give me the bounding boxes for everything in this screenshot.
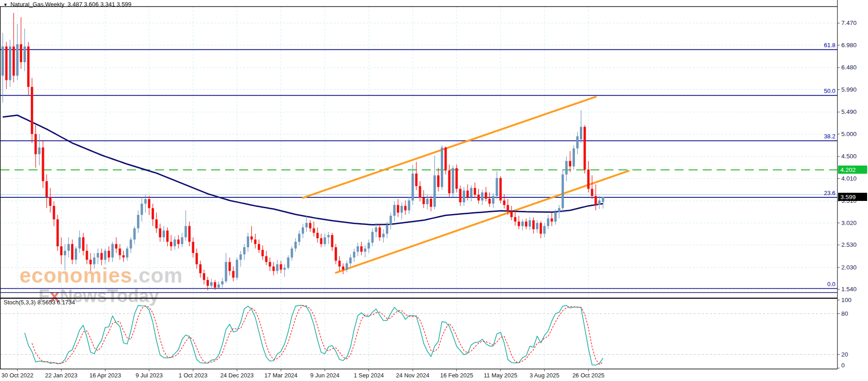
date-axis-label: 22 Jan 2023 (45, 372, 77, 379)
date-axis-label: 1 Sep 2024 (354, 372, 384, 379)
price-axis-label: 6.980 (841, 42, 857, 49)
fib-level-label: 23.6 (808, 190, 835, 196)
trendline-channel-lower[interactable] (336, 171, 628, 273)
symbol-ohlc-line: ▼Natural_Gas,Weekly 3.487 3.606 3.341 3.… (3, 1, 131, 8)
fib-level-label: 50.0 (808, 88, 835, 94)
price-axis-label: 3.020 (841, 220, 857, 226)
date-axis-label: 3 Aug 2025 (530, 372, 559, 379)
price-axis-label: 4.500 (841, 153, 857, 160)
last-price-badge: 3.599 (838, 193, 867, 201)
date-axis-label: 1 Oct 2023 (178, 372, 207, 379)
date-axis-label: 11 May 2025 (484, 372, 517, 379)
date-axis-label: 30 Oct 2022 (1, 372, 34, 379)
fib-level-label: 38.2 (808, 133, 835, 140)
price-axis-label: 2.530 (841, 241, 857, 248)
price-axis-label: 4.010 (841, 175, 857, 182)
date-axis-label: 9 Jul 2023 (135, 372, 163, 379)
price-axis-label: 1.540 (841, 286, 857, 293)
price-axis-label: 5.490 (841, 108, 857, 115)
fib-level-label: 0.0 (808, 281, 835, 288)
date-axis-label: 9 Jun 2024 (310, 372, 339, 379)
stoch-axis-label: 20 (841, 351, 848, 358)
price-axis-label: 6.480 (841, 64, 857, 71)
date-axis-label: 26 Oct 2025 (572, 372, 604, 379)
price-axis-label: 5.000 (841, 131, 857, 137)
fib-level-label: 61.8 (808, 42, 835, 49)
price-axis-label: 7.470 (841, 20, 857, 26)
stoch-main-line (25, 305, 603, 365)
grid-vertical (17, 7, 588, 369)
stochastic-indicator-label: Stoch(5,3,3) 8.5653 6.1734 (4, 299, 75, 306)
symbol-ohlc-text: Natural_Gas,Weekly 3.487 3.606 3.341 3.5… (10, 1, 131, 8)
stoch-axis-label: 0 (841, 362, 845, 369)
price-axis-label: 5.990 (841, 86, 857, 93)
stoch-axis-label: 100 (841, 297, 852, 303)
alert-price-badge: 4.202 (838, 166, 867, 174)
symbol-marker-icon: ▼ (3, 2, 8, 7)
date-axis-label: 16 Apr 2023 (89, 372, 121, 379)
date-axis-label: 17 Mar 2024 (265, 372, 298, 379)
date-axis-label: 16 Feb 2025 (440, 372, 473, 379)
date-axis-label: 24 Nov 2024 (396, 372, 429, 379)
stoch-guide-lines (0, 314, 838, 355)
date-axis-label: 24 Dec 2023 (220, 372, 254, 379)
chart-window: economies.com FxNewsToday ▼Natural_Gas,W… (0, 0, 868, 381)
stoch-signal-line (32, 306, 603, 365)
price-axis-label: 2.030 (841, 264, 857, 271)
main-chart-canvas[interactable] (0, 0, 868, 381)
stoch-axis-label: 80 (841, 310, 848, 317)
